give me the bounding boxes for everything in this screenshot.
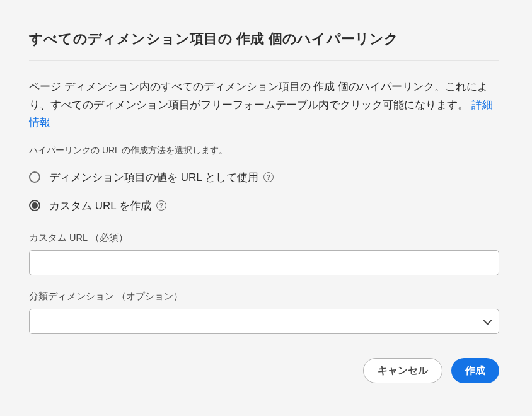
cancel-button[interactable]: キャンセル xyxy=(363,358,442,383)
description-text: ページ ディメンション内のすべてのディメンション項目の 作成 個のハイパーリンク… xyxy=(29,81,488,111)
dialog-title: すべてのディメンション項目の 作成 個のハイパーリンク xyxy=(29,30,499,49)
radio-use-value-as-url[interactable]: ディメンション項目の値を URL として使用 ? xyxy=(29,170,499,185)
radio-icon xyxy=(29,171,40,183)
custom-url-label: カスタム URL （必須） xyxy=(29,232,499,244)
create-button[interactable]: 作成 xyxy=(451,358,499,383)
url-method-radio-group: ディメンション項目の値を URL として使用 ? カスタム URL を作成 ? xyxy=(29,170,499,213)
help-icon[interactable]: ? xyxy=(263,172,274,182)
breakdown-dimension-label: 分類ディメンション （オプション） xyxy=(29,291,499,303)
radio-label: ディメンション項目の値を URL として使用 xyxy=(49,170,258,185)
dialog-description: ページ ディメンション内のすべてのディメンション項目の 作成 個のハイパーリンク… xyxy=(29,78,499,132)
custom-url-field-block: カスタム URL （必須） xyxy=(29,232,499,275)
help-icon[interactable]: ? xyxy=(156,200,166,211)
radio-icon xyxy=(29,200,40,211)
chevron-down-icon xyxy=(483,316,492,325)
breakdown-dimension-select[interactable] xyxy=(29,309,499,334)
dialog-footer: キャンセル 作成 xyxy=(29,358,499,383)
breakdown-dimension-field-block: 分類ディメンション （オプション） xyxy=(29,291,499,334)
radio-selected-dot xyxy=(32,202,38,209)
breakdown-dimension-dropdown-button[interactable] xyxy=(473,309,499,334)
custom-url-input[interactable] xyxy=(29,250,499,275)
divider xyxy=(29,60,499,61)
url-method-subheading: ハイパーリンクの URL の作成方法を選択します。 xyxy=(29,145,499,156)
radio-create-custom-url[interactable]: カスタム URL を作成 ? xyxy=(29,199,499,213)
breakdown-dimension-input[interactable] xyxy=(29,309,499,334)
radio-label: カスタム URL を作成 xyxy=(49,199,151,213)
hyperlink-dialog: すべてのディメンション項目の 作成 個のハイパーリンク ページ ディメンション内… xyxy=(29,30,499,349)
